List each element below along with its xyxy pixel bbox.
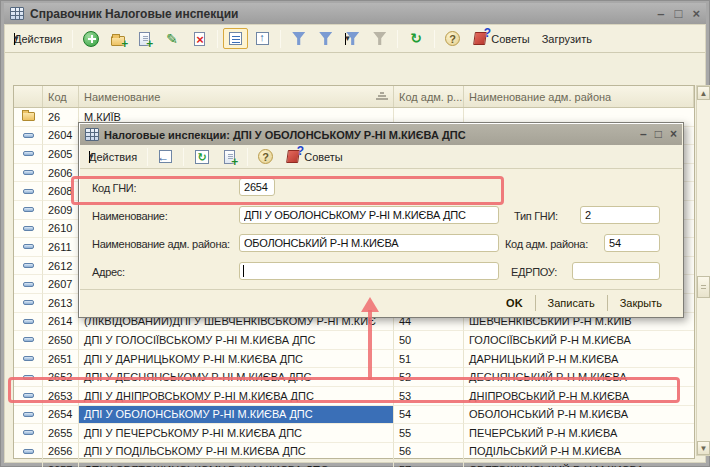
edrpou-field[interactable] [572, 262, 660, 280]
filter-by-value-button[interactable] [313, 28, 338, 49]
cell-adm-name[interactable]: ПЕЧЕРСЬКИЙ Р-Н М.КИЄВА [464, 424, 694, 443]
cell-adm-code[interactable]: 56 [394, 443, 464, 462]
adm-code-field[interactable] [604, 234, 660, 252]
cell-name[interactable]: ДПІ У ГОЛОСІЇВСЬКОМУ Р-НІ М.КИЄВА ДПС [79, 331, 394, 350]
row-icon-cell[interactable] [14, 443, 43, 462]
cell-adm-code[interactable]: 51 [394, 350, 464, 369]
cell-code[interactable]: 2651 [43, 350, 79, 369]
zagruzit-button[interactable]: Загрузить [537, 30, 597, 48]
cell-code[interactable]: 2650 [43, 331, 79, 350]
cell-adm-name[interactable]: ПОДІЛЬСЬКИЙ Р-Н М.КИЄВА [464, 443, 694, 462]
clear-filter-button[interactable] [367, 28, 392, 49]
minimize-button[interactable]: – [657, 7, 664, 20]
header-adm-code[interactable]: Код адм. р... [394, 86, 464, 107]
filter-setup-button[interactable] [286, 28, 311, 49]
row-icon-cell[interactable] [14, 182, 43, 201]
sovety-button[interactable]: Советы [467, 28, 534, 49]
add-button[interactable] [78, 28, 104, 50]
adres-field[interactable] [239, 262, 499, 280]
ok-button[interactable]: OK [498, 294, 531, 312]
cell-name[interactable]: ДПІ У СВЯТОШИНСЬКОМУ Р-НІ М.КИЄВА ДПС [79, 461, 394, 467]
refresh-button[interactable]: ↻ [403, 28, 429, 50]
table-row[interactable]: 2657ДПІ У СВЯТОШИНСЬКОМУ Р-НІ М.КИЄВА ДП… [14, 461, 694, 467]
row-icon-cell[interactable] [14, 275, 43, 294]
cell-adm-name[interactable]: ДНІПРОВСЬКИЙ Р-Н М.КИЄВА [464, 387, 694, 406]
name-field[interactable] [239, 206, 499, 224]
copy-button[interactable] [132, 28, 157, 50]
row-icon-cell[interactable] [14, 220, 43, 239]
tip-gni-field[interactable] [580, 206, 660, 224]
cell-code[interactable]: 2654 [43, 406, 79, 425]
row-icon-cell[interactable] [14, 331, 43, 350]
cell-adm-name[interactable]: ДАРНИЦЬКИЙ Р-Н М.КИЄВА [464, 350, 694, 369]
edit-button[interactable]: ✎ [159, 28, 185, 50]
dialog-sovety-button[interactable]: Советы [280, 146, 347, 167]
adm-name-field[interactable] [239, 234, 499, 252]
close-button[interactable]: × [692, 7, 700, 20]
dialog-reread-button[interactable]: ↻ [189, 146, 215, 168]
dialog-actions-menu-button[interactable]: Действия ▾ [84, 148, 142, 166]
row-icon-cell[interactable] [14, 424, 43, 443]
cell-adm-code[interactable]: 50 [394, 331, 464, 350]
cell-code[interactable]: 2604 [43, 127, 79, 146]
row-icon-cell[interactable] [14, 368, 43, 387]
scroll-down-button[interactable]: ▼ [697, 441, 710, 455]
cell-name[interactable]: ДПІ У ДНІПРОВСЬКОМУ Р-НІ М.КИЄВА ДПС [79, 387, 394, 406]
dialog-maximize-button[interactable]: □ [655, 128, 662, 141]
actions-menu-button[interactable]: Действия ▾ [9, 30, 67, 48]
cell-code[interactable]: 2652 [43, 368, 79, 387]
hierarchy-view-button[interactable] [223, 28, 248, 49]
dialog-close-button[interactable]: × [670, 128, 677, 141]
row-icon-cell[interactable] [14, 201, 43, 220]
table-row[interactable]: 2654ДПІ У ОБОЛОНСЬКОМУ Р-НІ М.КИЄВА ДПС5… [14, 406, 694, 425]
row-icon-cell[interactable] [14, 350, 43, 369]
dialog-help-button[interactable]: ? [253, 146, 278, 167]
cell-adm-name[interactable]: ОБОЛОНСЬКИЙ Р-Н М.КИЄВА [464, 406, 694, 425]
dialog-select-button[interactable] [153, 146, 178, 167]
header-code[interactable]: Код [43, 86, 79, 107]
dialog-copy-button[interactable] [217, 146, 242, 168]
cell-adm-code[interactable]: 55 [394, 424, 464, 443]
row-icon-cell[interactable] [14, 406, 43, 425]
scrollbar-thumb[interactable] [697, 276, 710, 298]
table-row[interactable]: 2656ДПІ У ПОДІЛЬСЬКОМУ Р-НІ М.КИЄВА ДПС5… [14, 443, 694, 462]
dialog-minimize-button[interactable]: – [640, 128, 647, 141]
filter-history-button[interactable]: ▾ [340, 28, 365, 49]
row-icon-cell[interactable] [14, 164, 43, 183]
cell-code[interactable]: 2607 [43, 275, 79, 294]
cell-adm-name[interactable]: ГОЛОСІЇВСЬКИЙ Р-Н М.КИЄВА [464, 331, 694, 350]
cell-name[interactable]: ДПІ У ДЕСНЯНСЬКОМУ Р-НІ М.КИЄВА ДПС [79, 368, 394, 387]
maximize-button[interactable]: □ [675, 7, 683, 20]
cell-code[interactable]: 2657 [43, 461, 79, 467]
row-icon-cell[interactable] [14, 387, 43, 406]
cell-code[interactable]: 2610 [43, 220, 79, 239]
cell-code[interactable]: 2612 [43, 257, 79, 276]
header-adm-name[interactable]: Наименование адм. района [464, 86, 694, 107]
zapisat-button[interactable]: Записать [540, 294, 603, 312]
cell-code[interactable]: 2611 [43, 238, 79, 257]
kod-gni-field[interactable] [239, 178, 275, 196]
header-icon-column[interactable] [14, 86, 43, 107]
cell-name[interactable]: ДПІ У ОБОЛОНСЬКОМУ Р-НІ М.КИЄВА ДПС [79, 406, 394, 425]
cell-code[interactable]: 26 [43, 108, 79, 127]
cell-adm-code[interactable]: 54 [394, 406, 464, 425]
table-row[interactable]: 2652ДПІ У ДЕСНЯНСЬКОМУ Р-НІ М.КИЄВА ДПС5… [14, 368, 694, 387]
row-icon-cell[interactable] [14, 294, 43, 313]
row-icon-cell[interactable] [14, 461, 43, 467]
cell-code[interactable]: 2656 [43, 443, 79, 462]
cell-code[interactable]: 2609 [43, 201, 79, 220]
row-icon-cell[interactable] [14, 127, 43, 146]
cell-code[interactable]: 2655 [43, 424, 79, 443]
table-row[interactable]: 2650ДПІ У ГОЛОСІЇВСЬКОМУ Р-НІ М.КИЄВА ДП… [14, 331, 694, 350]
cell-code[interactable]: 2653 [43, 387, 79, 406]
cell-name[interactable]: ДПІ У ПЕЧЕРСЬКОМУ Р-НІ М.КИЄВА ДПС [79, 424, 394, 443]
table-row[interactable]: 2655ДПІ У ПЕЧЕРСЬКОМУ Р-НІ М.КИЄВА ДПС55… [14, 424, 694, 443]
up-level-button[interactable] [250, 28, 275, 49]
cell-adm-name[interactable]: ДЕСНЯНСЬКИЙ Р-Н М.КИЄВА [464, 368, 694, 387]
vertical-scrollbar[interactable]: ▲ ▼ [696, 85, 710, 456]
cell-name[interactable]: ДПІ У ДАРНИЦЬКОМУ Р-НІ М.КИЄВА ДПС [79, 350, 394, 369]
cell-code[interactable]: 2606 [43, 164, 79, 183]
scroll-up-button[interactable]: ▲ [697, 86, 710, 100]
row-icon-cell[interactable] [14, 257, 43, 276]
delete-button[interactable] [187, 28, 212, 50]
